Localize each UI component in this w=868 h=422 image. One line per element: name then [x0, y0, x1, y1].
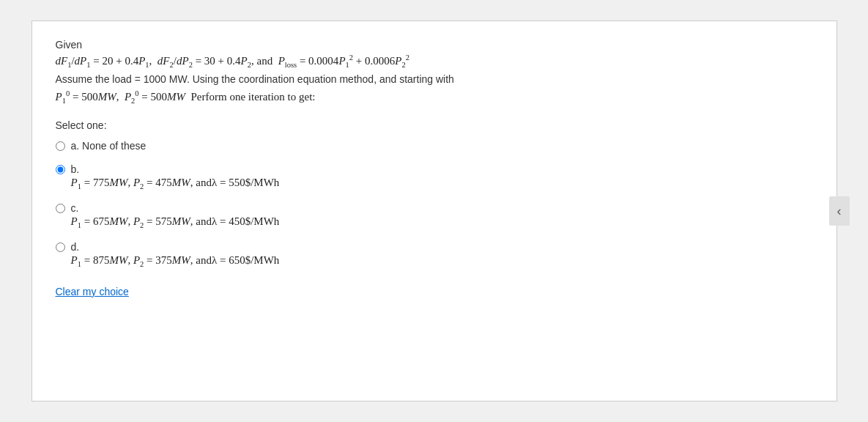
option-a-row: a. None of these: [56, 140, 813, 152]
equation-line: dF1/dP1 = 20 + 0.4P1, dF2/dP2 = 30 + 0.4…: [56, 53, 813, 69]
option-d-label[interactable]: d. P1 = 875MW, P2 = 375MW, andλ = 650$/M…: [71, 241, 280, 268]
option-a-label[interactable]: a. None of these: [71, 140, 146, 152]
given-label: Given: [56, 39, 813, 51]
option-b-letter: b.: [71, 163, 80, 175]
chevron-right-button[interactable]: ‹: [829, 196, 850, 226]
option-c-letter: c.: [71, 202, 79, 214]
option-b-label[interactable]: b. P1 = 775MW, P2 = 475MW, andλ = 550$/M…: [71, 163, 280, 190]
assume-line: Assume the load = 1000 MW. Using the coo…: [56, 73, 813, 85]
option-c-row: c. P1 = 675MW, P2 = 575MW, andλ = 450$/M…: [56, 202, 813, 229]
option-b-math: P1 = 775MW, P2 = 475MW, andλ = 550$/MWh: [71, 177, 280, 190]
question-card: Given dF1/dP1 = 20 + 0.4P1, dF2/dP2 = 30…: [31, 21, 837, 401]
option-d-row: d. P1 = 875MW, P2 = 375MW, andλ = 650$/M…: [56, 241, 813, 268]
option-a-text: None of these: [82, 140, 146, 152]
option-a-radio[interactable]: [56, 141, 65, 151]
option-c-radio[interactable]: [56, 204, 65, 213]
option-c-label[interactable]: c. P1 = 675MW, P2 = 575MW, andλ = 450$/M…: [71, 202, 280, 229]
option-d-letter: d.: [71, 241, 80, 253]
page-outer: Given dF1/dP1 = 20 + 0.4P1, dF2/dP2 = 30…: [0, 0, 868, 422]
option-b-row: b. P1 = 775MW, P2 = 475MW, andλ = 550$/M…: [56, 163, 813, 190]
select-one-label: Select one:: [56, 119, 813, 131]
option-c-math: P1 = 675MW, P2 = 575MW, andλ = 450$/MWh: [71, 215, 280, 229]
init-line: P10 = 500MW, P20 = 500MW Perform one ite…: [56, 89, 813, 105]
option-d-math: P1 = 875MW, P2 = 375MW, andλ = 650$/MWh: [71, 254, 280, 268]
option-b-radio[interactable]: [56, 165, 65, 174]
clear-my-choice-link[interactable]: Clear my choice: [56, 286, 129, 297]
option-d-radio[interactable]: [56, 243, 65, 252]
option-a-letter: a.: [71, 140, 83, 152]
